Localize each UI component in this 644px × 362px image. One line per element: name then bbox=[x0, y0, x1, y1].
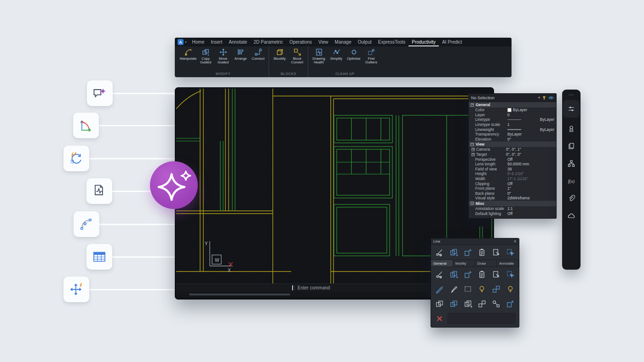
property-row[interactable]: PerspectiveOff bbox=[469, 157, 556, 162]
copy-special-tool[interactable] bbox=[461, 246, 475, 259]
sheets-tool-button[interactable] bbox=[563, 137, 580, 155]
section-header-misc[interactable]: Misc bbox=[469, 201, 556, 206]
property-row[interactable]: Elevation0" bbox=[469, 137, 556, 142]
property-row[interactable]: Default lightingOff bbox=[469, 211, 556, 216]
properties-tool-button[interactable] bbox=[563, 100, 580, 118]
close-icon[interactable]: ✕ bbox=[513, 239, 517, 243]
rects-icon bbox=[435, 300, 444, 308]
ribbon-tab-output[interactable]: Output bbox=[355, 38, 375, 46]
group-label-modify: MODIFY bbox=[179, 71, 267, 77]
import-tool[interactable] bbox=[489, 246, 503, 259]
expand-icon[interactable] bbox=[472, 148, 475, 151]
blockify-button[interactable]: Blockify bbox=[271, 48, 288, 71]
palette-tab-modify[interactable]: Modify bbox=[453, 260, 475, 266]
block-convert-button[interactable]: Block Convert bbox=[288, 48, 306, 71]
ribbon-tab-manage[interactable]: Manage bbox=[332, 38, 355, 46]
ribbon-tab-productivity[interactable]: Productivity bbox=[408, 38, 439, 46]
move-guided-button[interactable]: Move Guided bbox=[214, 48, 232, 71]
property-row[interactable]: Visual style2dWireframe bbox=[469, 196, 556, 201]
palette-empty-slot bbox=[448, 313, 516, 324]
cut-tool[interactable] bbox=[432, 268, 447, 281]
ribbon-tab-annotate[interactable]: Annotate bbox=[225, 38, 250, 46]
ribbon-tab-view[interactable]: View bbox=[315, 38, 332, 46]
paste-tool[interactable] bbox=[475, 246, 489, 259]
copy-guided-button[interactable]: Copy Guided bbox=[197, 48, 214, 71]
property-row[interactable]: ColorByLayer bbox=[469, 107, 556, 113]
select-tool[interactable] bbox=[503, 246, 518, 259]
expand-icon[interactable] bbox=[472, 153, 475, 156]
copy-special-tool[interactable] bbox=[461, 268, 475, 281]
ribbon-tab-ai-predict[interactable]: AI Predict bbox=[439, 38, 465, 46]
copy-tool[interactable] bbox=[461, 297, 475, 310]
structure-tool-button[interactable] bbox=[563, 155, 580, 172]
property-row[interactable]: LinetypeByLayer bbox=[469, 117, 556, 122]
eye-icon[interactable] bbox=[548, 96, 554, 100]
property-row[interactable]: Layer0 bbox=[469, 113, 556, 118]
link-tool[interactable] bbox=[489, 297, 503, 310]
property-row[interactable]: Linetype scale1 bbox=[469, 122, 556, 127]
palette-tab-draw[interactable]: Draw bbox=[475, 260, 497, 266]
copy-tool[interactable] bbox=[447, 268, 461, 281]
chevron-down-icon[interactable]: ▾ bbox=[185, 40, 187, 44]
property-row[interactable]: LineweightByLayer bbox=[469, 127, 556, 132]
cut-tool[interactable] bbox=[432, 246, 447, 259]
property-row[interactable]: Height8'-9 1/16" bbox=[469, 171, 556, 176]
find-outliers-button[interactable]: Find Outliers bbox=[362, 48, 380, 71]
property-row[interactable]: Field of view39 bbox=[469, 167, 556, 172]
cloud-tool-button[interactable] bbox=[563, 207, 580, 225]
duplicate-tool[interactable] bbox=[432, 297, 447, 310]
stamp-tool-button[interactable] bbox=[563, 120, 580, 137]
clipboard-icon bbox=[477, 270, 486, 279]
horizontal-scrollbar[interactable] bbox=[189, 294, 290, 295]
manipulate-button[interactable]: Manipulate bbox=[179, 48, 197, 71]
delete-tool[interactable] bbox=[432, 312, 447, 325]
palette-tab-annotate[interactable]: Annotate bbox=[497, 260, 519, 266]
marquee-tool[interactable] bbox=[461, 283, 475, 295]
optimize-button[interactable]: Optimize bbox=[345, 48, 362, 71]
drawing-health-button[interactable]: Drawing Health bbox=[310, 48, 328, 71]
property-row[interactable]: Camera0", 0", 1" bbox=[469, 147, 556, 152]
app-logo[interactable]: A bbox=[178, 39, 184, 45]
import-tool[interactable] bbox=[489, 268, 503, 281]
connect-button[interactable]: Connect bbox=[249, 48, 267, 71]
simplify-button[interactable]: Simplify bbox=[328, 48, 345, 71]
property-row[interactable]: Annotation scale1:1 bbox=[469, 206, 556, 211]
select-tool[interactable] bbox=[503, 268, 518, 281]
paste-tool[interactable] bbox=[475, 268, 489, 281]
selection-dropdown[interactable]: No Selection bbox=[471, 96, 536, 100]
property-row[interactable]: Back plane0" bbox=[469, 191, 556, 196]
property-row[interactable]: TransparencyByLayer bbox=[469, 132, 556, 137]
ribbon-tab-operations[interactable]: Operations bbox=[286, 38, 315, 46]
draw-tool[interactable] bbox=[432, 283, 447, 295]
ribbon-tab-home[interactable]: Home bbox=[189, 38, 208, 46]
filter-icon[interactable] bbox=[542, 96, 546, 100]
ribbon-tab-insert[interactable]: Insert bbox=[207, 38, 225, 46]
section-header-general[interactable]: General bbox=[469, 102, 556, 107]
highlight-tool[interactable] bbox=[475, 283, 489, 295]
isolate-tool[interactable] bbox=[503, 283, 518, 295]
palette-bottom-row bbox=[431, 311, 519, 327]
ribbon-tab-2d-parametric[interactable]: 2D Parametric bbox=[250, 38, 286, 46]
property-row[interactable]: Target0", 0", 0" bbox=[469, 152, 556, 157]
fields-tool-button[interactable]: f(x) bbox=[563, 172, 580, 190]
property-row[interactable]: Front plane1" bbox=[469, 186, 556, 191]
property-row[interactable]: Width17'-1 11/16" bbox=[469, 176, 556, 181]
chevron-down-icon[interactable]: ▾ bbox=[538, 96, 540, 100]
spark-tool[interactable] bbox=[503, 297, 518, 310]
copy-tool[interactable] bbox=[447, 246, 461, 259]
arrange-tool[interactable] bbox=[489, 283, 503, 295]
x-icon bbox=[435, 314, 444, 323]
property-row[interactable]: Lens length50.0000 mm bbox=[469, 162, 556, 167]
palette-title-bar[interactable]: Line ✕ bbox=[431, 238, 519, 245]
property-row[interactable]: ClippingOff bbox=[469, 181, 556, 186]
attachments-tool-button[interactable] bbox=[563, 190, 580, 207]
brush-tool[interactable] bbox=[447, 283, 461, 295]
arrange-button[interactable]: Arrange bbox=[232, 48, 249, 71]
more-icon[interactable]: ⋯ bbox=[569, 92, 574, 99]
ribbon-tab-expresstools[interactable]: ExpressTools bbox=[375, 38, 408, 46]
duplicate-tool[interactable] bbox=[447, 297, 461, 310]
section-header-view[interactable]: View bbox=[469, 141, 556, 147]
color-swatch[interactable] bbox=[507, 108, 512, 112]
arrange-tool[interactable] bbox=[475, 297, 489, 310]
palette-tab-general[interactable]: General bbox=[431, 260, 453, 266]
